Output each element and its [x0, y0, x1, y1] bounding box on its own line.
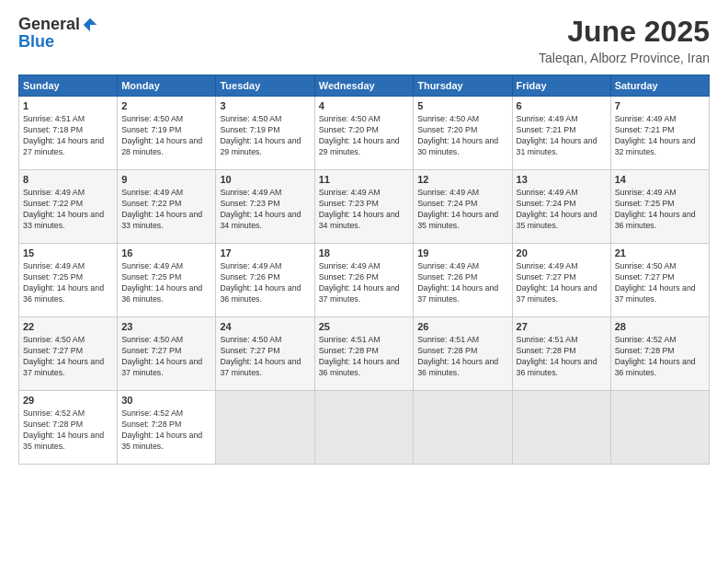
day-info: Sunrise: 4:49 AMSunset: 7:22 PMDaylight:… [121, 188, 211, 232]
day-number: 8 [23, 173, 113, 187]
day-info: Sunrise: 4:51 AMSunset: 7:28 PMDaylight:… [417, 335, 507, 379]
day-info: Sunrise: 4:50 AMSunset: 7:27 PMDaylight:… [23, 335, 113, 379]
calendar-cell: 17Sunrise: 4:49 AMSunset: 7:26 PMDayligh… [216, 244, 314, 317]
weekday-header-thursday: Thursday [414, 75, 512, 97]
day-info: Sunrise: 4:51 AMSunset: 7:28 PMDaylight:… [319, 335, 409, 379]
calendar-cell: 18Sunrise: 4:49 AMSunset: 7:26 PMDayligh… [314, 244, 413, 317]
logo: General Blue [18, 15, 98, 52]
day-number: 6 [517, 99, 607, 113]
day-info: Sunrise: 4:49 AMSunset: 7:26 PMDaylight:… [220, 261, 310, 305]
day-number: 1 [23, 99, 113, 113]
day-number: 9 [121, 173, 211, 187]
day-info: Sunrise: 4:49 AMSunset: 7:23 PMDaylight:… [220, 188, 310, 232]
day-number: 15 [23, 247, 113, 260]
month-title: June 2025 [539, 15, 710, 49]
day-info: Sunrise: 4:49 AMSunset: 7:22 PMDaylight:… [23, 188, 113, 232]
calendar-cell: 6Sunrise: 4:49 AMSunset: 7:21 PMDaylight… [512, 97, 610, 170]
day-number: 17 [220, 247, 310, 260]
day-number: 28 [615, 320, 705, 334]
calendar-cell: 25Sunrise: 4:51 AMSunset: 7:28 PMDayligh… [314, 317, 413, 391]
day-number: 2 [121, 99, 211, 113]
page-header: General Blue June 2025 Taleqan, Alborz P… [18, 15, 710, 65]
calendar-cell [216, 391, 314, 465]
day-number: 26 [417, 320, 507, 334]
day-number: 25 [319, 320, 409, 334]
day-info: Sunrise: 4:50 AMSunset: 7:27 PMDaylight:… [220, 335, 310, 379]
day-info: Sunrise: 4:49 AMSunset: 7:25 PMDaylight:… [615, 188, 705, 232]
calendar-cell [610, 391, 709, 465]
weekday-header-sunday: Sunday [19, 75, 118, 97]
calendar-cell: 26Sunrise: 4:51 AMSunset: 7:28 PMDayligh… [414, 317, 512, 391]
logo-blue: Blue [18, 32, 54, 52]
day-info: Sunrise: 4:52 AMSunset: 7:28 PMDaylight:… [23, 408, 113, 453]
day-number: 20 [517, 247, 607, 260]
calendar-cell: 27Sunrise: 4:51 AMSunset: 7:28 PMDayligh… [512, 317, 610, 391]
day-info: Sunrise: 4:49 AMSunset: 7:23 PMDaylight:… [319, 188, 409, 232]
calendar-cell: 19Sunrise: 4:49 AMSunset: 7:26 PMDayligh… [414, 244, 512, 317]
day-info: Sunrise: 4:51 AMSunset: 7:18 PMDaylight:… [23, 114, 113, 158]
title-block: June 2025 Taleqan, Alborz Province, Iran [539, 15, 710, 65]
calendar-cell: 4Sunrise: 4:50 AMSunset: 7:20 PMDaylight… [314, 97, 413, 170]
calendar-cell: 13Sunrise: 4:49 AMSunset: 7:24 PMDayligh… [512, 170, 610, 244]
day-number: 23 [121, 320, 211, 334]
calendar-cell: 30Sunrise: 4:52 AMSunset: 7:28 PMDayligh… [118, 391, 216, 465]
calendar-cell: 28Sunrise: 4:52 AMSunset: 7:28 PMDayligh… [610, 317, 709, 391]
day-number: 10 [220, 173, 310, 187]
day-number: 22 [23, 320, 113, 334]
day-info: Sunrise: 4:50 AMSunset: 7:20 PMDaylight:… [417, 114, 507, 158]
day-number: 4 [319, 99, 409, 113]
day-info: Sunrise: 4:49 AMSunset: 7:21 PMDaylight:… [615, 114, 705, 158]
day-number: 14 [615, 173, 705, 187]
calendar-cell: 16Sunrise: 4:49 AMSunset: 7:25 PMDayligh… [118, 244, 216, 317]
calendar-cell: 10Sunrise: 4:49 AMSunset: 7:23 PMDayligh… [216, 170, 314, 244]
day-info: Sunrise: 4:49 AMSunset: 7:24 PMDaylight:… [517, 188, 607, 232]
calendar-cell: 23Sunrise: 4:50 AMSunset: 7:27 PMDayligh… [118, 317, 216, 391]
calendar-cell: 11Sunrise: 4:49 AMSunset: 7:23 PMDayligh… [314, 170, 413, 244]
weekday-header-monday: Monday [118, 75, 216, 97]
calendar-cell: 3Sunrise: 4:50 AMSunset: 7:19 PMDaylight… [216, 97, 314, 170]
calendar-cell: 21Sunrise: 4:50 AMSunset: 7:27 PMDayligh… [610, 244, 709, 317]
logo-general: General [18, 15, 80, 34]
calendar-cell [512, 391, 610, 465]
day-info: Sunrise: 4:50 AMSunset: 7:27 PMDaylight:… [615, 261, 705, 305]
calendar-cell: 9Sunrise: 4:49 AMSunset: 7:22 PMDaylight… [118, 170, 216, 244]
calendar-cell: 12Sunrise: 4:49 AMSunset: 7:24 PMDayligh… [414, 170, 512, 244]
day-number: 29 [23, 394, 113, 408]
day-info: Sunrise: 4:50 AMSunset: 7:27 PMDaylight:… [121, 335, 211, 379]
day-number: 11 [319, 173, 409, 187]
day-number: 27 [517, 320, 607, 334]
weekday-header-wednesday: Wednesday [314, 75, 413, 97]
day-info: Sunrise: 4:50 AMSunset: 7:19 PMDaylight:… [220, 114, 310, 158]
day-info: Sunrise: 4:49 AMSunset: 7:25 PMDaylight:… [121, 261, 211, 305]
calendar-cell: 29Sunrise: 4:52 AMSunset: 7:28 PMDayligh… [19, 391, 118, 465]
day-number: 19 [417, 247, 507, 260]
location-title: Taleqan, Alborz Province, Iran [539, 51, 710, 65]
day-info: Sunrise: 4:49 AMSunset: 7:24 PMDaylight:… [417, 188, 507, 232]
day-number: 16 [121, 247, 211, 260]
weekday-header-tuesday: Tuesday [216, 75, 314, 97]
weekday-header-saturday: Saturday [610, 75, 709, 97]
day-info: Sunrise: 4:50 AMSunset: 7:20 PMDaylight:… [319, 114, 409, 158]
day-number: 5 [417, 99, 507, 113]
calendar-cell: 8Sunrise: 4:49 AMSunset: 7:22 PMDaylight… [19, 170, 118, 244]
calendar-cell: 2Sunrise: 4:50 AMSunset: 7:19 PMDaylight… [118, 97, 216, 170]
calendar-cell: 5Sunrise: 4:50 AMSunset: 7:20 PMDaylight… [414, 97, 512, 170]
calendar-cell: 20Sunrise: 4:49 AMSunset: 7:27 PMDayligh… [512, 244, 610, 317]
day-number: 18 [319, 247, 409, 260]
calendar-cell [414, 391, 512, 465]
day-info: Sunrise: 4:50 AMSunset: 7:19 PMDaylight:… [121, 114, 211, 158]
weekday-header-friday: Friday [512, 75, 610, 97]
calendar-cell: 22Sunrise: 4:50 AMSunset: 7:27 PMDayligh… [19, 317, 118, 391]
calendar-cell: 15Sunrise: 4:49 AMSunset: 7:25 PMDayligh… [19, 244, 118, 317]
day-info: Sunrise: 4:49 AMSunset: 7:26 PMDaylight:… [417, 261, 507, 305]
day-number: 7 [615, 99, 705, 113]
day-info: Sunrise: 4:49 AMSunset: 7:27 PMDaylight:… [517, 261, 607, 305]
day-number: 12 [417, 173, 507, 187]
day-info: Sunrise: 4:49 AMSunset: 7:26 PMDaylight:… [319, 261, 409, 305]
calendar-cell: 24Sunrise: 4:50 AMSunset: 7:27 PMDayligh… [216, 317, 314, 391]
day-number: 24 [220, 320, 310, 334]
day-info: Sunrise: 4:52 AMSunset: 7:28 PMDaylight:… [121, 408, 211, 453]
day-info: Sunrise: 4:52 AMSunset: 7:28 PMDaylight:… [615, 335, 705, 379]
logo-icon [82, 17, 98, 33]
day-info: Sunrise: 4:51 AMSunset: 7:28 PMDaylight:… [517, 335, 607, 379]
